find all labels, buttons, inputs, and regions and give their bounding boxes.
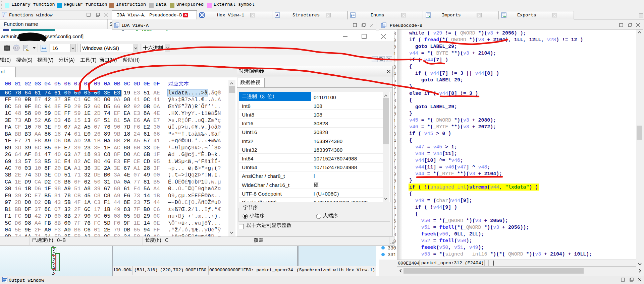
svg-text:A: A (276, 13, 279, 17)
